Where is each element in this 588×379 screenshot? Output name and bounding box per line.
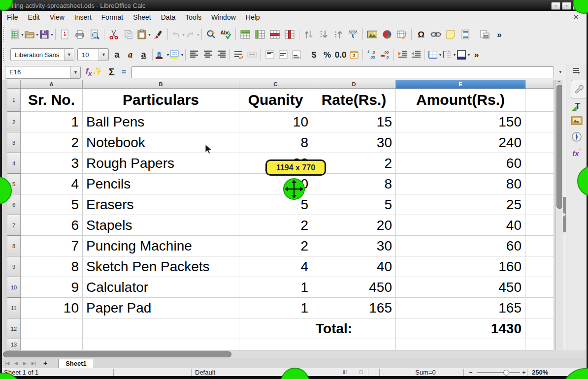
align-right-icon[interactable] xyxy=(214,48,228,61)
copy-icon[interactable] xyxy=(121,27,136,42)
grid-cell[interactable]: 80 xyxy=(396,174,525,194)
grid-cell[interactable]: 7 xyxy=(21,236,83,256)
undo-icon[interactable]: ▾ xyxy=(170,27,185,42)
minimize-button[interactable]: − xyxy=(551,2,560,10)
paste-icon[interactable]: ▾ xyxy=(136,27,151,42)
dropdown-arrow-icon[interactable]: ▾ xyxy=(181,53,183,57)
grid-cell[interactable] xyxy=(239,339,312,350)
grid-cell[interactable]: 8 xyxy=(312,174,396,194)
menu-edit[interactable]: Edit xyxy=(23,11,45,24)
column-header-A[interactable]: A xyxy=(21,80,83,89)
grid-cell[interactable]: 2 xyxy=(21,132,83,153)
row-header[interactable]: 5 xyxy=(7,174,21,194)
grid-cell[interactable]: 30 xyxy=(312,132,396,153)
font-name-combo[interactable]: Liberation Sans ▼ xyxy=(10,48,74,61)
grid-cell[interactable]: 450 xyxy=(312,277,396,298)
print-preview-icon[interactable] xyxy=(87,27,102,42)
menu-insert[interactable]: Insert xyxy=(69,11,97,24)
grid-cell[interactable]: Pencils xyxy=(83,174,239,194)
zoom-out-icon[interactable]: − xyxy=(469,368,473,377)
grid-cell[interactable]: Notebook xyxy=(83,132,239,153)
grid-cell[interactable]: Rough Papers xyxy=(83,153,239,174)
row-header[interactable]: 6 xyxy=(7,194,21,215)
grid-cell[interactable]: 8 xyxy=(239,132,312,153)
grid-cell[interactable] xyxy=(525,112,554,132)
grid-cell[interactable]: 3 xyxy=(21,153,83,174)
zoom-slider-handle[interactable] xyxy=(503,370,509,376)
menu-help[interactable]: Help xyxy=(241,11,265,24)
grid-cell[interactable]: 450 xyxy=(396,277,525,298)
grid-cell[interactable]: Stapels xyxy=(83,215,239,236)
grid-cell[interactable] xyxy=(525,277,554,298)
insert-column-before-icon[interactable] xyxy=(253,27,267,42)
export-pdf-icon[interactable] xyxy=(58,27,72,42)
align-left-icon[interactable] xyxy=(188,48,201,61)
merge-cells-icon[interactable] xyxy=(245,48,259,61)
dropdown-arrow-icon[interactable]: ▾ xyxy=(197,32,199,37)
grid-cell[interactable]: 2 xyxy=(239,215,312,236)
grid-cell[interactable]: Puncing Machine xyxy=(83,236,239,256)
background-color-icon[interactable]: ▾ xyxy=(456,48,470,61)
dropdown-arrow-icon[interactable]: ▾ xyxy=(51,32,53,37)
insert-hyperlink-icon[interactable] xyxy=(428,27,443,42)
column-header-D[interactable]: D xyxy=(312,80,396,89)
grid-cell[interactable]: 240 xyxy=(396,132,525,153)
grid-cell[interactable]: 2 xyxy=(239,236,312,256)
grid-cell[interactable]: 5 xyxy=(21,194,83,215)
chevron-down-icon[interactable]: ▼ xyxy=(64,49,74,61)
insert-comment-icon[interactable] xyxy=(443,27,458,42)
grid-cell[interactable] xyxy=(525,215,554,236)
grid-cell[interactable]: 40 xyxy=(312,256,396,277)
format-date-icon[interactable]: 3 xyxy=(347,48,360,61)
grid-cell[interactable]: 10 xyxy=(21,298,83,318)
row-header[interactable]: 2 xyxy=(7,112,21,132)
grid-cell[interactable]: 60 xyxy=(396,236,525,256)
corner-header[interactable] xyxy=(7,80,21,89)
grid-cell[interactable] xyxy=(83,339,239,350)
next-sheet-icon[interactable]: ▶ xyxy=(21,360,29,367)
grid-cell[interactable]: 60 xyxy=(396,153,525,174)
total-label-cell[interactable]: Total: xyxy=(312,318,396,339)
grid-cell[interactable]: 20 xyxy=(312,215,396,236)
grid-cell[interactable] xyxy=(525,318,554,339)
grid-cell[interactable]: 1 xyxy=(21,112,83,132)
vertical-scrollbar[interactable]: − xyxy=(555,80,562,350)
horizontal-scrollbar[interactable] xyxy=(2,350,586,358)
row-header[interactable]: 9 xyxy=(7,256,21,277)
underline-icon[interactable]: a xyxy=(137,48,150,61)
insert-row-above-icon[interactable] xyxy=(238,27,253,42)
grid-cell[interactable] xyxy=(525,89,554,112)
grid-cell[interactable]: 5 xyxy=(312,194,396,215)
gallery-icon[interactable] xyxy=(566,115,587,126)
grid-cell[interactable] xyxy=(239,318,312,339)
insert-image-icon[interactable] xyxy=(365,27,380,42)
sidebar-settings-icon[interactable] xyxy=(566,67,587,75)
grid-cell[interactable]: Erasers xyxy=(83,194,239,215)
row-header[interactable]: 3 xyxy=(7,132,21,153)
font-color-icon[interactable]: a▾ xyxy=(155,48,169,61)
grid-cell[interactable]: Amount(Rs.) xyxy=(396,89,525,112)
redo-icon[interactable]: ▾ xyxy=(185,27,199,42)
grid-cell[interactable] xyxy=(525,153,554,174)
highlight-color-icon[interactable]: ▾ xyxy=(169,48,183,61)
toolbar-grip[interactable] xyxy=(3,48,7,62)
borders-icon[interactable]: ▾ xyxy=(427,48,441,61)
grid-cell[interactable]: Rate(Rs.) xyxy=(312,89,396,112)
column-header-E[interactable]: E xyxy=(396,80,525,89)
align-bottom-icon[interactable] xyxy=(290,48,303,61)
chevron-down-icon[interactable]: ▼ xyxy=(70,66,80,78)
row-header[interactable]: 4 xyxy=(7,153,21,174)
bold-icon[interactable]: a xyxy=(110,48,124,61)
delete-row-icon[interactable] xyxy=(267,27,282,42)
grid-cell[interactable]: 165 xyxy=(312,298,396,318)
center-vertically-icon[interactable] xyxy=(276,48,290,61)
grid-cell[interactable] xyxy=(525,236,554,256)
grid-cell[interactable] xyxy=(21,339,83,350)
grid-cell[interactable] xyxy=(525,132,554,153)
chevron-down-icon[interactable]: ▼ xyxy=(98,49,108,61)
grid-cell[interactable] xyxy=(525,339,554,350)
grid-cell[interactable]: 165 xyxy=(396,298,525,318)
save-icon[interactable]: ▾ xyxy=(38,27,53,42)
grid-cell[interactable] xyxy=(396,339,525,350)
grid-cell[interactable]: 9 xyxy=(21,277,83,298)
